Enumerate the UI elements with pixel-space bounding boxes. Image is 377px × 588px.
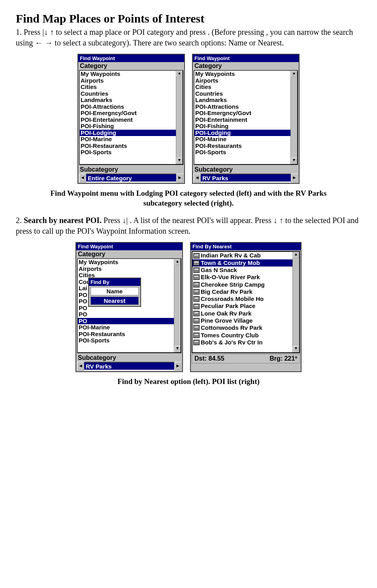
list-item[interactable]: PO [78, 311, 181, 318]
step-2-prefix: 2. [16, 216, 24, 225]
list-item[interactable]: POI-Fishing [80, 123, 183, 130]
scroll-up-icon[interactable]: ▲ [291, 71, 297, 77]
list-item[interactable]: Big Cedar Rv Park [192, 288, 299, 295]
scroll-down-icon[interactable]: ▼ [176, 158, 183, 164]
scroll-up-icon[interactable]: ▲ [176, 71, 183, 77]
list-item[interactable]: Peculiar Park Place [192, 303, 299, 310]
list-item[interactable]: POI-Attractions [194, 104, 297, 110]
scroll-down-icon[interactable]: ▼ [174, 346, 181, 352]
list-item[interactable]: POI-Emergncy/Govt [194, 110, 297, 117]
chevron-left-icon[interactable]: ◄ [77, 362, 84, 371]
scrollbar[interactable]: ▲ ▼ [290, 71, 297, 164]
scroll-down-icon[interactable]: ▼ [293, 346, 299, 352]
poi-icon [193, 260, 200, 266]
subcategory-label: Subcategory [76, 354, 182, 362]
list-item[interactable]: POI-Restaurants [80, 143, 183, 149]
chevron-left-icon[interactable]: ◄ [79, 174, 86, 182]
list-item[interactable]: My Waypoints [194, 71, 297, 78]
list-item[interactable]: Countries [80, 91, 183, 97]
chevron-right-icon[interactable]: ► [174, 362, 181, 371]
list-item[interactable]: POI-Lodging [80, 130, 183, 136]
find-by-popup: Find By NameNearest [88, 278, 141, 307]
step-1-text: |↓ ↑ to select a map place or POI catego… [16, 28, 353, 47]
list-item[interactable]: Bob's & Jo's Rv Ctr In [192, 339, 299, 346]
list-item[interactable]: Airports [80, 78, 183, 84]
list-item[interactable]: POI-Sports [194, 149, 297, 156]
subcategory-selector[interactable]: ◄ Entire Category ► [79, 174, 183, 182]
list-item[interactable]: Landmarks [194, 97, 297, 104]
list-item[interactable]: Airports [194, 78, 297, 84]
category-label: Category [193, 62, 299, 70]
list-item[interactable]: Lone Oak Rv Park [192, 310, 299, 317]
list-item[interactable]: Pine Grove Village [192, 317, 299, 324]
window-title: Find By Nearest [191, 243, 301, 250]
page-title: Find Map Places or Points of Interest [16, 12, 361, 25]
screens-row-1: Find Waypoint Category My WaypointsAirpo… [16, 54, 361, 184]
list-item[interactable]: POI-Entertainment [80, 117, 183, 123]
distance-readout: Dst: 84.55 [194, 355, 224, 362]
subcategory-label: Subcategory [78, 166, 184, 174]
bearing-readout: Brg: 221º [270, 355, 297, 362]
list-item[interactable]: Countries [194, 91, 297, 97]
list-item[interactable]: POI-Lodging [194, 130, 297, 136]
scrollbar[interactable]: ▲ ▼ [292, 252, 299, 352]
list-item[interactable]: Cities [194, 84, 297, 91]
list-item[interactable]: My Waypoints [78, 259, 181, 266]
scrollbar[interactable]: ▲ ▼ [174, 259, 181, 352]
list-item[interactable]: My Waypoints [80, 71, 183, 78]
chevron-right-icon[interactable]: ► [176, 174, 183, 182]
list-item[interactable]: Indian Park Rv & Cab [192, 252, 299, 259]
popup-option[interactable]: Name [90, 287, 139, 295]
find-waypoint-popup: Find Waypoint Category My WaypointsAirpo… [75, 242, 183, 372]
list-item[interactable]: Cottonwoods Rv Park [192, 324, 299, 331]
nearest-results-list[interactable]: Indian Park Rv & CabTown & Country MobGa… [192, 251, 300, 353]
list-item[interactable]: Landmarks [80, 97, 183, 104]
category-list[interactable]: My WaypointsAirportsCitiesCountriesLandm… [194, 70, 298, 165]
list-item[interactable]: POI-Marine [194, 136, 297, 143]
poi-icon [193, 304, 200, 309]
poi-icon [193, 333, 200, 338]
list-item[interactable]: POI-Marine [78, 324, 181, 331]
chevron-right-icon[interactable]: ► [291, 174, 298, 182]
step-2-paragraph: 2. Search by nearest POI. Press ↓| . A l… [16, 215, 361, 236]
scrollbar[interactable]: ▲ ▼ [176, 71, 183, 164]
subcategory-selector[interactable]: ◄ RV Parks ► [77, 362, 181, 371]
list-item[interactable]: POI-Fishing [194, 123, 297, 130]
poi-icon [193, 289, 200, 295]
list-item[interactable]: Cities [80, 84, 183, 91]
window-title: Find Waypoint [193, 55, 299, 62]
caption-2: Find by Nearest option (left). POI list … [30, 377, 347, 387]
list-item[interactable]: POI-Restaurants [194, 143, 297, 149]
subcategory-selector[interactable]: ◄ RV Parks ► [194, 174, 298, 182]
list-item[interactable]: Crossroads Mobile Ho [192, 295, 299, 303]
poi-icon [193, 325, 200, 331]
scroll-up-icon[interactable]: ▲ [293, 252, 299, 258]
list-item[interactable]: Cherokee Strip Campg [192, 281, 299, 288]
caption-1: Find Waypoint menu with Lodging POI cate… [30, 189, 347, 208]
poi-icon [193, 282, 200, 287]
list-item[interactable]: POI-Restaurants [78, 331, 181, 338]
list-item[interactable]: POI-Attractions [80, 104, 183, 110]
list-item[interactable]: Town & Country Mob [192, 259, 299, 267]
list-item[interactable]: Elk-O-Vue River Park [192, 274, 299, 281]
list-item-label: Crossroads Mobile Ho [201, 295, 264, 303]
scroll-down-icon[interactable]: ▼ [291, 158, 297, 164]
list-item[interactable]: POI-Marine [80, 136, 183, 143]
step-1-prefix: 1. Press [16, 28, 42, 36]
list-item[interactable]: Tomes Country Club [192, 332, 299, 339]
list-item[interactable]: Gas N Snack [192, 267, 299, 274]
poi-icon [193, 311, 200, 316]
find-waypoint-left: Find Waypoint Category My WaypointsAirpo… [77, 54, 185, 184]
list-item[interactable]: POI-Entertainment [194, 117, 297, 123]
category-label: Category [76, 250, 182, 258]
popup-option[interactable]: Nearest [90, 297, 139, 305]
list-item[interactable]: Airports [78, 266, 181, 272]
category-list[interactable]: My WaypointsAirportsCitiesCountriesLandm… [79, 70, 183, 165]
list-item[interactable]: POI-Emergncy/Govt [80, 110, 183, 117]
scroll-up-icon[interactable]: ▲ [174, 259, 181, 265]
list-item[interactable]: POI-Sports [80, 149, 183, 156]
list-item[interactable]: POI-Sports [78, 337, 181, 344]
chevron-left-icon[interactable]: ◄ [194, 174, 201, 182]
window-title: Find Waypoint [78, 55, 184, 62]
list-item[interactable]: PO [78, 318, 181, 325]
